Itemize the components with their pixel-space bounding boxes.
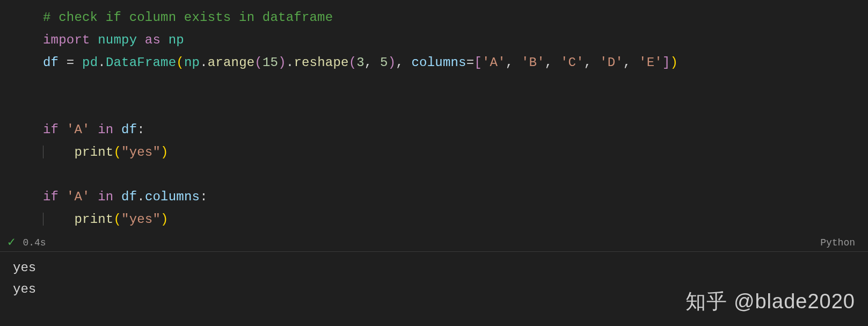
num-5: 5: [380, 55, 388, 70]
kw-if: if: [43, 190, 59, 204]
dot: .: [98, 55, 106, 70]
paren-open-2b: (: [349, 55, 357, 70]
str-d: 'D': [600, 55, 623, 70]
paren-open-2: (: [254, 55, 262, 70]
kw-import: import: [43, 33, 90, 47]
str-b: 'B': [521, 55, 545, 70]
kw-as: as: [145, 33, 161, 47]
comma: ,: [545, 55, 553, 70]
paren-close-2: ): [278, 55, 286, 70]
dot: .: [286, 55, 294, 70]
bracket-open: [: [474, 55, 482, 70]
comma: ,: [364, 55, 373, 70]
fn-reshape: reshape: [294, 55, 348, 70]
ref-np: np: [184, 55, 200, 70]
str-c: 'C': [560, 55, 584, 70]
str-yes: "yes": [121, 212, 161, 227]
dot: .: [200, 55, 208, 70]
cell-status-bar: ✓ 0.4s Python: [0, 235, 868, 252]
str-a2: 'A': [67, 122, 90, 137]
mod-numpy: numpy: [98, 33, 137, 47]
kw-if: if: [43, 122, 59, 137]
paren-close-2b: ): [388, 55, 396, 70]
bracket-close: ]: [662, 55, 670, 70]
type-dataframe: DataFrame: [106, 55, 176, 70]
kernel-language[interactable]: Python: [820, 237, 855, 248]
op-eq2: =: [466, 55, 475, 70]
output-line: yes: [13, 282, 36, 296]
paren-close: ): [161, 212, 169, 227]
output-line: yes: [13, 260, 36, 275]
paren-close: ): [161, 145, 169, 160]
str-e: 'E': [639, 55, 662, 70]
comma: ,: [396, 55, 404, 70]
colon: :: [137, 122, 145, 137]
fn-print: print: [74, 212, 113, 227]
fn-arange: arange: [208, 55, 255, 70]
cell-output: yes yes: [0, 252, 868, 301]
comma: ,: [584, 55, 592, 70]
var-df2: df: [121, 122, 137, 137]
colon: :: [200, 190, 208, 204]
paren-open: (: [176, 55, 184, 70]
str-a3: 'A': [67, 190, 90, 204]
str-a: 'A': [482, 55, 506, 70]
comma: ,: [506, 55, 514, 70]
num-3: 3: [356, 55, 364, 70]
kw-in: in: [98, 122, 113, 137]
attr-columns: columns: [145, 190, 200, 204]
dot: .: [137, 190, 145, 204]
paren-close: ): [670, 55, 678, 70]
kwarg-columns: columns: [412, 55, 466, 70]
mod-pd: pd: [82, 55, 98, 70]
exec-time: 0.4s: [23, 237, 46, 248]
comma: ,: [623, 55, 631, 70]
alias-np: np: [169, 33, 184, 47]
op-eq: =: [67, 55, 75, 70]
var-df: df: [43, 55, 59, 70]
code-editor[interactable]: # check if column exists in dataframe im…: [0, 0, 868, 235]
check-icon: ✓: [8, 236, 15, 249]
paren-open: (: [113, 212, 121, 227]
paren-open: (: [113, 145, 121, 160]
fn-print: print: [74, 145, 113, 160]
code-comment: # check if column exists in dataframe: [43, 10, 333, 25]
notebook-cell: # check if column exists in dataframe im…: [0, 0, 868, 301]
status-left: ✓ 0.4s: [8, 236, 46, 249]
num-15: 15: [262, 55, 278, 70]
str-yes: "yes": [121, 145, 161, 160]
var-df3: df: [121, 190, 137, 204]
kw-in: in: [98, 190, 113, 204]
